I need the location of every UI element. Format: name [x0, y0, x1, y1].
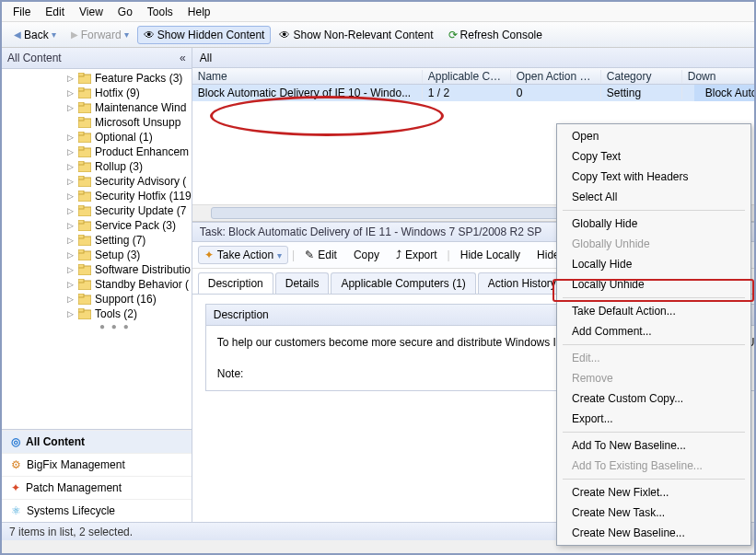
- menu-separator: [563, 210, 745, 211]
- tree-more[interactable]: ● ● ●: [2, 321, 192, 331]
- expand-icon[interactable]: ▷: [66, 147, 75, 156]
- context-menu-item[interactable]: Create New Fixlet...: [559, 482, 749, 503]
- tree-item[interactable]: ▷Optional (1): [2, 130, 192, 145]
- scrollbar-thumb[interactable]: [211, 207, 607, 219]
- menu-tools[interactable]: Tools: [140, 4, 180, 20]
- tree-item[interactable]: ▷Software Distributio: [2, 262, 192, 277]
- chevron-down-icon: ▾: [277, 250, 282, 260]
- context-menu-item[interactable]: Export...: [559, 409, 749, 429]
- menu-file[interactable]: File: [6, 4, 38, 20]
- folder-icon: [78, 279, 91, 290]
- nav-label: Patch Management: [26, 481, 122, 494]
- folder-icon: [78, 235, 91, 246]
- context-menu-item[interactable]: Copy Text: [559, 146, 749, 167]
- menu-view[interactable]: View: [72, 4, 110, 20]
- tree-item[interactable]: ▷Feature Packs (3): [2, 71, 192, 86]
- tab-details[interactable]: Details: [275, 272, 330, 294]
- back-button[interactable]: ◀ Back ▾: [7, 26, 63, 44]
- col-name[interactable]: Name: [192, 70, 423, 83]
- context-menu-item[interactable]: Open: [559, 126, 749, 146]
- expand-icon[interactable]: ▷: [66, 74, 75, 83]
- tree-item[interactable]: ▷Rollup (3): [2, 159, 192, 174]
- col-applicable[interactable]: Applicable Co...: [423, 70, 511, 83]
- tree-item[interactable]: ▷Standby Behavior (: [2, 277, 192, 292]
- expand-icon[interactable]: ▷: [66, 236, 75, 245]
- tree-item-label: Product Enhancem: [95, 145, 189, 158]
- expand-icon[interactable]: ▷: [66, 191, 75, 201]
- forward-button[interactable]: ▶ Forward ▾: [64, 26, 135, 44]
- folder-icon: [78, 264, 91, 275]
- chevron-down-icon: ▾: [52, 29, 56, 40]
- copy-button[interactable]: Copy: [347, 246, 386, 264]
- tree-item-label: Support (16): [95, 293, 157, 306]
- col-download[interactable]: Down: [682, 70, 756, 83]
- menu-edit[interactable]: Edit: [38, 4, 72, 20]
- context-menu: OpenCopy TextCopy Text with HeadersSelec…: [556, 123, 751, 546]
- expand-icon[interactable]: ▷: [66, 295, 75, 304]
- tab-action-history[interactable]: Action History: [478, 272, 566, 294]
- grid-row[interactable]: Block Automatic Delivery of IE 10 - Wind…: [192, 85, 756, 101]
- export-button[interactable]: ⤴ Export: [390, 246, 444, 264]
- grid-row[interactable]: Block Automatic Delivery of IE 11 - Wind…: [694, 85, 756, 101]
- nav-item[interactable]: ⚙BigFix Management: [2, 453, 192, 476]
- context-menu-item[interactable]: Locally Unhide: [559, 274, 749, 295]
- back-label: Back: [24, 29, 49, 41]
- context-menu-item[interactable]: Select All: [559, 187, 749, 207]
- collapse-button[interactable]: «: [180, 52, 186, 64]
- context-menu-item[interactable]: Take Default Action...: [559, 301, 749, 321]
- tree-item[interactable]: ▷Security Hotfix (119: [2, 189, 192, 203]
- show-hidden-button[interactable]: 👁 Show Hidden Content: [137, 26, 272, 44]
- col-open-action[interactable]: Open Action C...: [511, 70, 601, 83]
- tree-item[interactable]: ▷Product Enhancem: [2, 145, 192, 159]
- col-category[interactable]: Category: [601, 70, 682, 83]
- menu-separator: [563, 432, 745, 433]
- refresh-button[interactable]: ⟳ Refresh Console: [442, 26, 549, 44]
- context-menu-item[interactable]: Add To New Baseline...: [559, 435, 749, 456]
- expand-icon[interactable]: ▷: [66, 133, 75, 142]
- expand-icon[interactable]: ▷: [66, 88, 75, 98]
- tree-item[interactable]: ▷Setup (3): [2, 248, 192, 262]
- hide-locally-button[interactable]: Hide Locally: [454, 246, 527, 264]
- tree-item[interactable]: ▷Security Advisory (: [2, 174, 192, 189]
- nav-item[interactable]: ⚛Systems Lifecycle: [2, 499, 192, 522]
- expand-icon[interactable]: ▷: [66, 162, 75, 171]
- tab-applicable-computers[interactable]: Applicable Computers (1): [331, 272, 475, 294]
- menu-help[interactable]: Help: [180, 4, 218, 20]
- tree-item-label: Feature Packs (3): [95, 72, 182, 85]
- edit-button[interactable]: ✎ Edit: [298, 246, 343, 264]
- nav-icon: ✦: [11, 481, 20, 494]
- menu-go[interactable]: Go: [110, 4, 140, 20]
- tree-item[interactable]: ▷Support (16): [2, 292, 192, 306]
- expand-icon[interactable]: ▷: [66, 250, 75, 260]
- tree-item[interactable]: ▷Security Update (7: [2, 203, 192, 218]
- tree[interactable]: ▷Feature Packs (3)▷Hotfix (9)▷Maintenanc…: [2, 69, 192, 429]
- context-menu-item[interactable]: Create New Baseline...: [559, 523, 749, 543]
- tab-description[interactable]: Description: [198, 272, 273, 294]
- tree-item[interactable]: ▷Setting (7): [2, 233, 192, 248]
- expand-icon[interactable]: ▷: [66, 206, 75, 215]
- expand-icon[interactable]: ▷: [66, 177, 75, 186]
- tree-item[interactable]: Microsoft Unsupp: [2, 115, 192, 130]
- expand-icon[interactable]: ▷: [66, 221, 75, 230]
- context-menu-item[interactable]: Create New Task...: [559, 503, 749, 523]
- expand-icon[interactable]: ▷: [66, 103, 75, 112]
- tree-item[interactable]: ▷Maintenance Wind: [2, 100, 192, 115]
- show-nonrelevant-button[interactable]: 👁 Show Non-Relevant Content: [273, 26, 439, 44]
- take-action-button[interactable]: ✦ Take Action ▾: [198, 246, 288, 264]
- grid-header: Name Applicable Co... Open Action C... C…: [192, 68, 756, 85]
- context-menu-item[interactable]: Copy Text with Headers: [559, 167, 749, 187]
- context-menu-item[interactable]: Add Comment...: [559, 321, 749, 341]
- folder-icon: [78, 73, 91, 84]
- tree-item[interactable]: ▷Hotfix (9): [2, 86, 192, 100]
- folder-icon: [78, 176, 91, 187]
- nav-item[interactable]: ◎All Content: [2, 430, 192, 453]
- context-menu-item[interactable]: Globally Hide: [559, 214, 749, 234]
- expand-icon[interactable]: ▷: [66, 309, 75, 318]
- context-menu-item[interactable]: Create Custom Copy...: [559, 388, 749, 409]
- tree-item[interactable]: ▷Tools (2): [2, 306, 192, 321]
- tree-item[interactable]: ▷Service Pack (3): [2, 218, 192, 233]
- expand-icon[interactable]: ▷: [66, 280, 75, 289]
- context-menu-item[interactable]: Locally Hide: [559, 254, 749, 274]
- expand-icon[interactable]: ▷: [66, 265, 75, 274]
- nav-item[interactable]: ✦Patch Management: [2, 476, 192, 499]
